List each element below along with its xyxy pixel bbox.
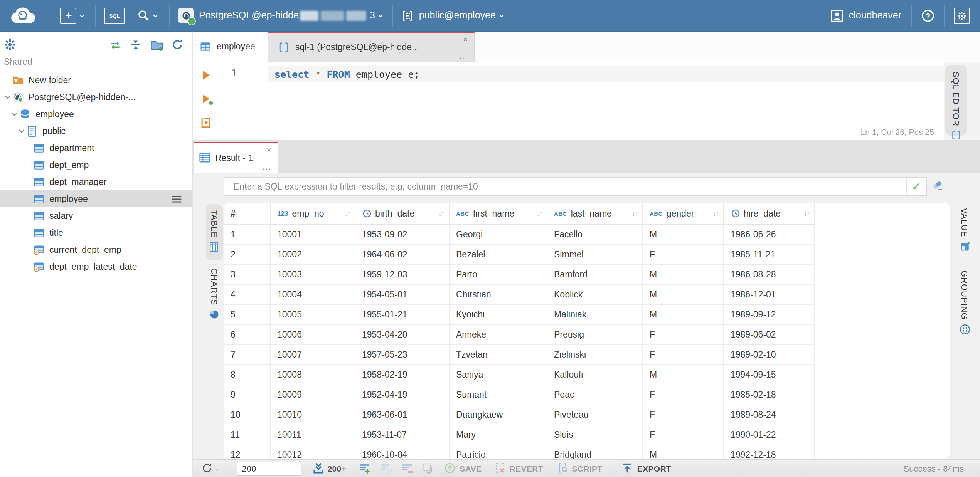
cell[interactable]: 1959-12-03 — [355, 264, 449, 284]
cell[interactable]: M — [642, 224, 723, 244]
close-icon[interactable]: × — [266, 144, 271, 154]
cell[interactable]: 6 — [224, 324, 270, 344]
cell[interactable]: Maliniak — [547, 304, 642, 324]
cell[interactable]: 2 — [224, 244, 270, 264]
sort-icon[interactable]: ↓↑ — [344, 210, 350, 217]
cell[interactable]: 4 — [224, 284, 270, 304]
cell[interactable]: 10009 — [270, 385, 355, 405]
column-header-last_name[interactable]: ABClast_name↓↑ — [547, 203, 642, 224]
tree-item-employee[interactable]: employee — [0, 106, 192, 123]
tab-table-view[interactable]: TABLE — [206, 204, 222, 260]
column-header-first_name[interactable]: ABCfirst_name↓↑ — [449, 203, 547, 224]
script-icon[interactable] — [556, 462, 569, 475]
cell[interactable]: Preusig — [547, 324, 642, 344]
filter-input[interactable] — [224, 182, 906, 191]
table-row[interactable]: 4100041954-05-01ChirstianKoblickM1986-12… — [224, 284, 822, 304]
column-header-birth_date[interactable]: birth_date↓↑ — [355, 203, 449, 224]
table-row[interactable]: 8100081958-02-19SaniyaKalloufiM1994-09-1… — [224, 364, 822, 385]
cell[interactable]: M — [642, 445, 723, 458]
tab-result-1[interactable]: Result - 1 × ... — [194, 141, 278, 173]
chevron-down-icon[interactable] — [3, 92, 12, 102]
cell[interactable]: F — [642, 324, 723, 344]
cell[interactable]: 10010 — [270, 405, 355, 425]
cell[interactable]: 10005 — [270, 304, 355, 324]
sort-icon[interactable]: ↓↑ — [438, 210, 444, 217]
tab-value-panel[interactable]: VALUE — [958, 208, 972, 251]
cell[interactable]: 10007 — [270, 344, 355, 364]
tab-sql-editor[interactable]: sql-1 (PostgreSQL@ep-hidde... × ... — [268, 32, 475, 61]
cell[interactable]: 1958-02-19 — [355, 364, 449, 385]
cell[interactable]: Parto — [449, 264, 547, 284]
cell[interactable]: 10012 — [270, 445, 355, 458]
cell[interactable]: 10 — [224, 405, 270, 425]
tree-item-salary[interactable]: salary — [0, 207, 192, 224]
cell[interactable]: M — [642, 304, 723, 324]
cell[interactable]: 1986-08-28 — [723, 264, 814, 284]
driver-manager-button[interactable] — [137, 9, 159, 22]
cell[interactable]: Mary — [449, 425, 547, 445]
cell[interactable]: 10002 — [270, 244, 355, 264]
chevron-down-icon[interactable] — [17, 126, 26, 136]
refresh-result-icon[interactable] — [201, 462, 214, 475]
cell[interactable]: Kyoichi — [449, 304, 547, 324]
table-row[interactable]: 2100021964-06-02BezalelSimmelF1985-11-21 — [224, 244, 822, 264]
table-row[interactable]: 5100051955-01-21KyoichiMaliniakM1989-09-… — [224, 304, 822, 324]
tree-item-dept-emp[interactable]: dept_emp — [0, 156, 192, 173]
cell[interactable]: 10011 — [270, 425, 355, 445]
cell[interactable]: Facello — [547, 224, 642, 244]
cell[interactable]: 1953-04-20 — [355, 324, 449, 344]
cell[interactable]: 1989-08-24 — [723, 405, 814, 425]
connection-selector[interactable]: PostgreSQL@ep-hidde 3 — [178, 8, 384, 23]
new-sql-editor-button[interactable]: SQL — [104, 7, 125, 24]
cell[interactable]: 1994-09-15 — [723, 364, 814, 385]
chevron-down-icon[interactable] — [10, 109, 19, 119]
item-actions-menu-icon[interactable] — [171, 195, 182, 203]
save-icon[interactable] — [444, 462, 456, 475]
tab-more-icon[interactable]: ... — [459, 52, 468, 60]
cell[interactable]: 1986-06-26 — [723, 224, 814, 244]
execute-new-tab-button[interactable] — [200, 93, 213, 105]
cell[interactable]: 1955-01-21 — [355, 304, 449, 324]
tree-item-public[interactable]: public — [0, 123, 192, 139]
save-button[interactable]: SAVE — [460, 464, 482, 473]
tab-charts-view[interactable]: CHARTS — [206, 268, 222, 319]
execute-query-button[interactable] — [200, 69, 213, 81]
cell[interactable]: M — [642, 284, 723, 304]
cell[interactable]: Georgi — [449, 224, 547, 244]
cell[interactable]: Zielinski — [547, 344, 642, 364]
column-header-rownum[interactable]: # — [224, 203, 270, 224]
table-row[interactable]: 7100071957-05-23TzvetanZielinskiF1989-02… — [224, 344, 822, 364]
cell[interactable]: 1985-11-21 — [723, 244, 814, 264]
tree-item-current-dept-emp[interactable]: current_dept_emp — [0, 241, 192, 258]
cell[interactable]: Peac — [547, 385, 642, 405]
cell[interactable]: F — [642, 385, 723, 405]
cell[interactable]: Tzvetan — [449, 344, 547, 364]
cell[interactable]: 5 — [224, 304, 270, 324]
sort-icon[interactable]: ↓↑ — [713, 210, 718, 217]
cell[interactable]: Sluis — [547, 425, 642, 445]
tree-item-department[interactable]: department — [0, 139, 192, 156]
refresh-tree-icon[interactable] — [171, 38, 184, 51]
tree-item-dept-manager[interactable]: dept_manager — [0, 173, 192, 190]
cell[interactable]: Duangkaew — [449, 405, 547, 425]
refresh-options-chevron-icon[interactable]: ⌄ — [214, 465, 219, 472]
tab-employee[interactable]: employee — [193, 32, 268, 61]
cell[interactable]: F — [642, 425, 723, 445]
revert-icon[interactable] — [494, 462, 507, 475]
cell[interactable]: 1989-09-12 — [723, 304, 814, 324]
cell[interactable]: Koblick — [547, 284, 642, 304]
cell[interactable]: F — [642, 405, 723, 425]
cell[interactable]: 1992-12-18 — [723, 445, 814, 458]
add-row-icon[interactable] — [359, 462, 371, 475]
cell[interactable]: Sumant — [449, 385, 547, 405]
cell[interactable]: 1985-02-18 — [723, 385, 814, 405]
cell[interactable]: Chirstian — [449, 284, 547, 304]
cell[interactable]: 10006 — [270, 324, 355, 344]
collapse-all-icon[interactable] — [130, 38, 143, 51]
cell[interactable]: F — [642, 344, 723, 364]
export-button[interactable]: EXPORT — [637, 464, 672, 473]
sort-icon[interactable]: ↓↑ — [536, 210, 542, 217]
cell[interactable]: 1989-06-02 — [723, 324, 814, 344]
column-header-gender[interactable]: ABCgender↓↑ — [642, 203, 723, 224]
user-menu[interactable]: cloudbeaver — [830, 9, 901, 22]
